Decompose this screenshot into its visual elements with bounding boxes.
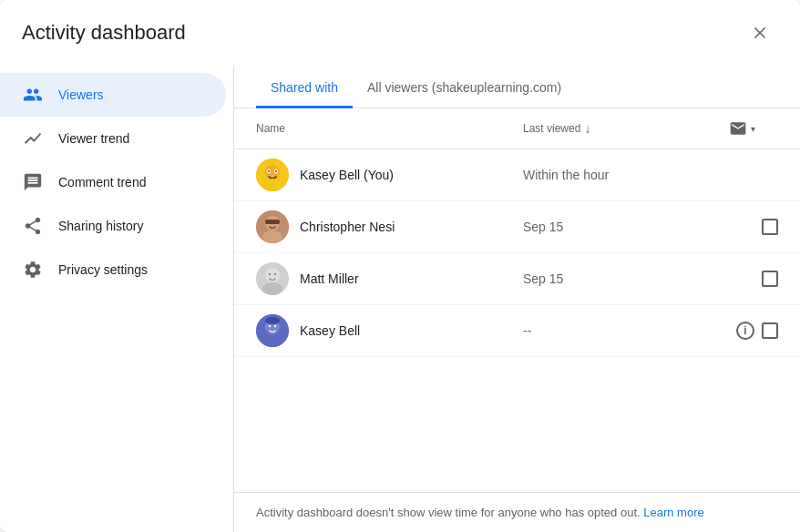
sidebar-item-sharing-history-label: Sharing history [58, 219, 143, 233]
col-action-header[interactable]: ▾ [705, 119, 778, 138]
footer-text: Activity dashboard doesn't show view tim… [256, 506, 641, 519]
user-name-kasey-you: Kasey Bell (You) [300, 168, 394, 182]
svg-point-18 [274, 273, 276, 275]
viewers-icon [22, 84, 44, 106]
dialog-body: Viewers Viewer trend Comment trend [0, 66, 800, 532]
row-action-christopher [705, 219, 778, 235]
last-viewed-kasey: -- [523, 323, 705, 338]
table-header: Name Last viewed ↓ ▾ [234, 108, 800, 149]
checkbox-matt[interactable] [762, 271, 778, 287]
avatar-matt [256, 262, 289, 295]
table-row: Kasey Bell -- i [234, 305, 800, 357]
user-name-matt: Matt Miller [300, 271, 359, 286]
tab-all-viewers[interactable]: All viewers (shakeuplearning.com) [353, 66, 576, 108]
svg-point-17 [269, 273, 271, 275]
dialog-footer: Activity dashboard doesn't show view tim… [234, 492, 800, 532]
checkbox-christopher[interactable] [762, 219, 778, 235]
sidebar-item-comment-trend[interactable]: Comment trend [0, 160, 226, 204]
last-viewed-christopher: Sep 15 [523, 220, 705, 234]
table-container: Name Last viewed ↓ ▾ [234, 108, 800, 492]
last-viewed-kasey-you: Within the hour [523, 168, 705, 182]
checkbox-kasey[interactable] [762, 322, 778, 339]
svg-point-25 [265, 317, 280, 324]
dialog-header: Activity dashboard [0, 0, 800, 66]
sidebar-item-viewer-trend-label: Viewer trend [58, 131, 129, 146]
svg-point-14 [262, 230, 282, 243]
svg-point-19 [262, 282, 282, 295]
sort-desc-icon: ↓ [584, 121, 590, 136]
dropdown-arrow-icon: ▾ [751, 124, 755, 134]
avatar-kasey [256, 314, 289, 347]
tab-shared-with[interactable]: Shared with [256, 66, 353, 108]
sidebar-item-viewers-label: Viewers [58, 87, 104, 102]
share-icon [22, 215, 44, 237]
svg-point-6 [268, 170, 270, 172]
sidebar-item-viewer-trend[interactable]: Viewer trend [0, 117, 226, 160]
svg-point-22 [269, 325, 271, 327]
user-info-kasey-you: Kasey Bell (You) [256, 159, 523, 191]
table-row: Kasey Bell (You) Within the hour [234, 149, 800, 201]
activity-dashboard-dialog: Activity dashboard Viewers [0, 0, 800, 532]
settings-icon [22, 259, 44, 281]
svg-point-23 [274, 325, 276, 327]
info-icon-kasey[interactable]: i [736, 322, 754, 340]
sidebar-item-sharing-history[interactable]: Sharing history [0, 204, 226, 248]
user-name-christopher: Christopher Nesi [300, 220, 395, 234]
sidebar-item-privacy-settings-label: Privacy settings [58, 262, 148, 277]
learn-more-link[interactable]: Learn more [643, 506, 703, 519]
row-action-kasey: i [705, 322, 778, 340]
email-icon [729, 119, 747, 138]
user-info-christopher: Christopher Nesi [256, 210, 523, 243]
close-button[interactable] [742, 15, 778, 51]
last-viewed-matt: Sep 15 [523, 271, 705, 286]
row-action-matt [705, 271, 778, 287]
main-content: Shared with All viewers (shakeuplearning… [233, 66, 800, 532]
svg-point-7 [275, 170, 277, 172]
svg-point-8 [263, 179, 282, 189]
sidebar-item-viewers[interactable]: Viewers [0, 73, 226, 117]
tabs: Shared with All viewers (shakeuplearning… [234, 66, 800, 108]
sidebar-item-comment-trend-label: Comment trend [58, 175, 146, 189]
trend-icon [22, 128, 44, 149]
col-last-viewed-header[interactable]: Last viewed ↓ [523, 121, 705, 136]
user-name-kasey: Kasey Bell [300, 323, 360, 338]
sidebar-item-privacy-settings[interactable]: Privacy settings [0, 248, 226, 292]
user-info-matt: Matt Miller [256, 262, 523, 295]
avatar-christopher [256, 210, 289, 243]
table-row: Matt Miller Sep 15 [234, 253, 800, 305]
comment-icon [22, 171, 44, 193]
avatar-kasey-you [256, 159, 289, 191]
col-name-header: Name [256, 122, 523, 135]
svg-rect-13 [265, 220, 280, 224]
svg-point-24 [262, 334, 282, 347]
user-info-kasey: Kasey Bell [256, 314, 523, 347]
dialog-title: Activity dashboard [22, 21, 186, 45]
table-row: Christopher Nesi Sep 15 [234, 201, 800, 253]
sidebar: Viewers Viewer trend Comment trend [0, 66, 233, 532]
